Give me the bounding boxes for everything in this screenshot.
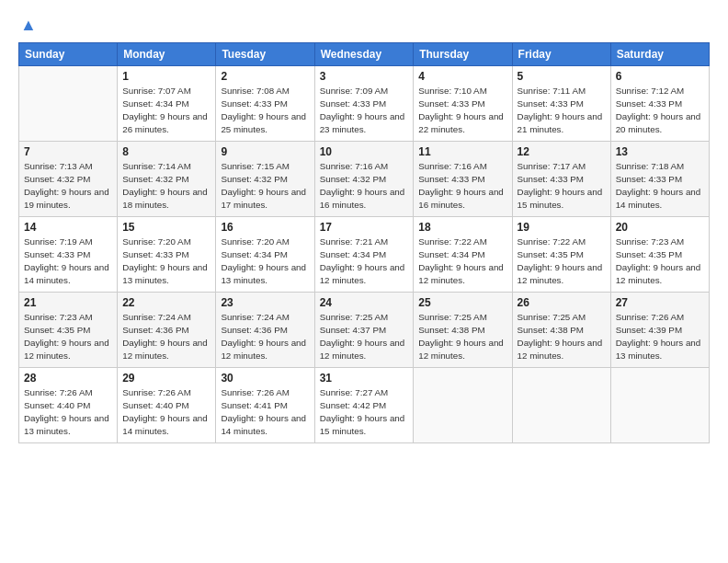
day-info: Sunrise: 7:25 AMSunset: 4:38 PMDaylight:… bbox=[518, 311, 606, 363]
weekday-header-saturday: Saturday bbox=[610, 42, 709, 65]
day-number: 21 bbox=[24, 296, 112, 309]
day-number: 7 bbox=[24, 145, 112, 158]
day-number: 15 bbox=[122, 221, 210, 234]
day-cell: 13 Sunrise: 7:18 AMSunset: 4:33 PMDaylig… bbox=[610, 141, 709, 216]
day-info: Sunrise: 7:14 AMSunset: 4:32 PMDaylight:… bbox=[122, 160, 210, 213]
day-number: 5 bbox=[518, 70, 606, 83]
day-info: Sunrise: 7:20 AMSunset: 4:33 PMDaylight:… bbox=[122, 236, 210, 288]
day-number: 11 bbox=[418, 145, 506, 158]
day-info: Sunrise: 7:09 AMSunset: 4:33 PMDaylight:… bbox=[320, 85, 409, 137]
weekday-header-sunday: Sunday bbox=[19, 42, 118, 65]
day-cell: 5 Sunrise: 7:11 AMSunset: 4:33 PMDayligh… bbox=[512, 65, 610, 141]
day-cell: 20 Sunrise: 7:23 AMSunset: 4:35 PMDaylig… bbox=[610, 216, 709, 292]
day-number: 29 bbox=[122, 372, 210, 385]
day-cell: 14 Sunrise: 7:19 AMSunset: 4:33 PMDaylig… bbox=[19, 216, 118, 292]
day-info: Sunrise: 7:25 AMSunset: 4:37 PMDaylight:… bbox=[320, 311, 409, 363]
day-cell: 1 Sunrise: 7:07 AMSunset: 4:34 PMDayligh… bbox=[118, 65, 216, 141]
day-cell: 4 Sunrise: 7:10 AMSunset: 4:33 PMDayligh… bbox=[414, 65, 512, 141]
day-cell bbox=[414, 367, 512, 442]
week-row-2: 7 Sunrise: 7:13 AMSunset: 4:32 PMDayligh… bbox=[19, 141, 710, 216]
day-info: Sunrise: 7:21 AMSunset: 4:34 PMDaylight:… bbox=[320, 236, 409, 288]
day-number: 12 bbox=[518, 145, 606, 158]
day-info: Sunrise: 7:19 AMSunset: 4:33 PMDaylight:… bbox=[24, 236, 112, 288]
day-number: 3 bbox=[320, 70, 409, 83]
header: ▲ bbox=[18, 17, 710, 35]
logo-triangle-icon: ▲ bbox=[20, 17, 37, 35]
day-info: Sunrise: 7:07 AMSunset: 4:34 PMDaylight:… bbox=[122, 85, 210, 137]
day-cell: 21 Sunrise: 7:23 AMSunset: 4:35 PMDaylig… bbox=[19, 292, 118, 367]
day-cell: 10 Sunrise: 7:16 AMSunset: 4:32 PMDaylig… bbox=[314, 141, 414, 216]
day-info: Sunrise: 7:08 AMSunset: 4:33 PMDaylight:… bbox=[221, 85, 309, 137]
day-info: Sunrise: 7:26 AMSunset: 4:41 PMDaylight:… bbox=[221, 386, 309, 439]
day-number: 1 bbox=[122, 70, 210, 83]
weekday-header-monday: Monday bbox=[118, 42, 216, 65]
day-cell: 8 Sunrise: 7:14 AMSunset: 4:32 PMDayligh… bbox=[118, 141, 216, 216]
calendar: SundayMondayTuesdayWednesdayThursdayFrid… bbox=[18, 42, 710, 443]
day-cell: 18 Sunrise: 7:22 AMSunset: 4:34 PMDaylig… bbox=[414, 216, 512, 292]
day-cell: 31 Sunrise: 7:27 AMSunset: 4:42 PMDaylig… bbox=[314, 367, 414, 442]
day-cell bbox=[512, 367, 610, 442]
day-cell bbox=[19, 65, 118, 141]
day-number: 26 bbox=[518, 296, 606, 309]
day-info: Sunrise: 7:16 AMSunset: 4:32 PMDaylight:… bbox=[320, 160, 409, 213]
day-info: Sunrise: 7:27 AMSunset: 4:42 PMDaylight:… bbox=[320, 386, 409, 439]
day-number: 9 bbox=[221, 145, 309, 158]
day-info: Sunrise: 7:20 AMSunset: 4:34 PMDaylight:… bbox=[221, 236, 309, 288]
logo: ▲ bbox=[18, 17, 37, 35]
day-info: Sunrise: 7:22 AMSunset: 4:35 PMDaylight:… bbox=[518, 236, 606, 288]
weekday-header-friday: Friday bbox=[512, 42, 610, 65]
day-cell: 29 Sunrise: 7:26 AMSunset: 4:40 PMDaylig… bbox=[118, 367, 216, 442]
day-number: 31 bbox=[320, 372, 409, 385]
day-cell bbox=[610, 367, 709, 442]
day-number: 6 bbox=[616, 70, 704, 83]
day-info: Sunrise: 7:23 AMSunset: 4:35 PMDaylight:… bbox=[616, 236, 704, 288]
week-row-4: 21 Sunrise: 7:23 AMSunset: 4:35 PMDaylig… bbox=[19, 292, 710, 367]
day-info: Sunrise: 7:17 AMSunset: 4:33 PMDaylight:… bbox=[518, 160, 606, 213]
day-number: 23 bbox=[221, 296, 309, 309]
day-number: 19 bbox=[518, 221, 606, 234]
day-info: Sunrise: 7:15 AMSunset: 4:32 PMDaylight:… bbox=[221, 160, 309, 213]
day-number: 10 bbox=[320, 145, 409, 158]
day-info: Sunrise: 7:25 AMSunset: 4:38 PMDaylight:… bbox=[418, 311, 506, 363]
week-row-1: 1 Sunrise: 7:07 AMSunset: 4:34 PMDayligh… bbox=[19, 65, 710, 141]
day-cell: 22 Sunrise: 7:24 AMSunset: 4:36 PMDaylig… bbox=[118, 292, 216, 367]
day-number: 24 bbox=[320, 296, 409, 309]
page: ▲ SundayMondayTuesdayWednesdayThursdayFr… bbox=[0, 0, 728, 563]
weekday-header-thursday: Thursday bbox=[414, 42, 512, 65]
weekday-header-wednesday: Wednesday bbox=[314, 42, 414, 65]
day-cell: 7 Sunrise: 7:13 AMSunset: 4:32 PMDayligh… bbox=[19, 141, 118, 216]
day-cell: 19 Sunrise: 7:22 AMSunset: 4:35 PMDaylig… bbox=[512, 216, 610, 292]
day-cell: 16 Sunrise: 7:20 AMSunset: 4:34 PMDaylig… bbox=[216, 216, 314, 292]
day-number: 22 bbox=[122, 296, 210, 309]
day-info: Sunrise: 7:13 AMSunset: 4:32 PMDaylight:… bbox=[24, 160, 112, 213]
day-cell: 6 Sunrise: 7:12 AMSunset: 4:33 PMDayligh… bbox=[610, 65, 709, 141]
day-cell: 23 Sunrise: 7:24 AMSunset: 4:36 PMDaylig… bbox=[216, 292, 314, 367]
day-info: Sunrise: 7:24 AMSunset: 4:36 PMDaylight:… bbox=[122, 311, 210, 363]
day-cell: 2 Sunrise: 7:08 AMSunset: 4:33 PMDayligh… bbox=[216, 65, 314, 141]
day-info: Sunrise: 7:11 AMSunset: 4:33 PMDaylight:… bbox=[518, 85, 606, 137]
day-number: 25 bbox=[418, 296, 506, 309]
day-info: Sunrise: 7:26 AMSunset: 4:40 PMDaylight:… bbox=[122, 386, 210, 439]
day-number: 16 bbox=[221, 221, 309, 234]
day-info: Sunrise: 7:24 AMSunset: 4:36 PMDaylight:… bbox=[221, 311, 309, 363]
day-number: 14 bbox=[24, 221, 112, 234]
day-number: 4 bbox=[418, 70, 506, 83]
day-info: Sunrise: 7:26 AMSunset: 4:40 PMDaylight:… bbox=[24, 386, 112, 439]
day-number: 30 bbox=[221, 372, 309, 385]
day-info: Sunrise: 7:12 AMSunset: 4:33 PMDaylight:… bbox=[616, 85, 704, 137]
day-cell: 24 Sunrise: 7:25 AMSunset: 4:37 PMDaylig… bbox=[314, 292, 414, 367]
day-info: Sunrise: 7:23 AMSunset: 4:35 PMDaylight:… bbox=[24, 311, 112, 363]
day-number: 2 bbox=[221, 70, 309, 83]
day-cell: 3 Sunrise: 7:09 AMSunset: 4:33 PMDayligh… bbox=[314, 65, 414, 141]
day-number: 17 bbox=[320, 221, 409, 234]
day-cell: 17 Sunrise: 7:21 AMSunset: 4:34 PMDaylig… bbox=[314, 216, 414, 292]
day-number: 28 bbox=[24, 372, 112, 385]
day-cell: 30 Sunrise: 7:26 AMSunset: 4:41 PMDaylig… bbox=[216, 367, 314, 442]
day-cell: 26 Sunrise: 7:25 AMSunset: 4:38 PMDaylig… bbox=[512, 292, 610, 367]
day-info: Sunrise: 7:16 AMSunset: 4:33 PMDaylight:… bbox=[418, 160, 506, 213]
day-cell: 28 Sunrise: 7:26 AMSunset: 4:40 PMDaylig… bbox=[19, 367, 118, 442]
day-cell: 11 Sunrise: 7:16 AMSunset: 4:33 PMDaylig… bbox=[414, 141, 512, 216]
weekday-header-row: SundayMondayTuesdayWednesdayThursdayFrid… bbox=[19, 42, 710, 65]
day-number: 27 bbox=[616, 296, 704, 309]
day-cell: 27 Sunrise: 7:26 AMSunset: 4:39 PMDaylig… bbox=[610, 292, 709, 367]
